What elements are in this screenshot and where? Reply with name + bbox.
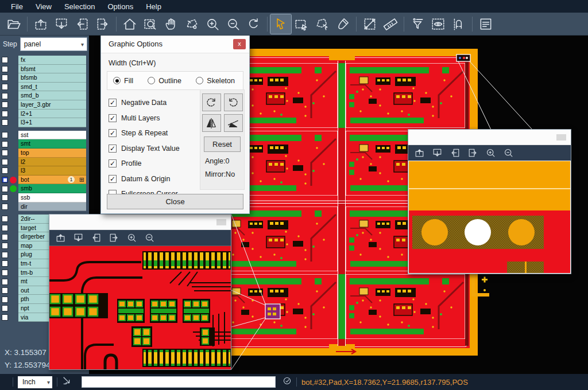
radio-icon[interactable] [196, 77, 203, 84]
step-right-icon[interactable] [109, 232, 119, 243]
layer-row[interactable]: layer_3.gbr [0, 100, 89, 110]
layer-visibility-checkbox[interactable] [2, 216, 8, 222]
menu-item[interactable]: View [29, 2, 58, 11]
layer-visibility-checkbox[interactable] [2, 75, 8, 81]
rotate-ccw-button[interactable] [224, 93, 243, 111]
layer-visibility-checkbox[interactable] [2, 132, 8, 138]
dialog-close-button[interactable]: Close [107, 194, 243, 209]
layer-visibility-checkbox[interactable] [2, 243, 8, 249]
layer-name[interactable]: l3 [18, 166, 86, 176]
unit-select[interactable]: Inch ▾ [18, 376, 52, 388]
home-view-button[interactable] [119, 14, 140, 34]
magnifier-content[interactable] [49, 245, 231, 369]
layer-row[interactable]: l3+1 [0, 118, 89, 127]
layer-row[interactable]: smd_t [0, 83, 89, 92]
zoom-previous-button[interactable] [243, 14, 264, 34]
rectangle-select-button[interactable] [291, 14, 312, 34]
layer-visibility-checkbox[interactable] [2, 150, 8, 156]
layer-visibility-checkbox[interactable] [2, 305, 8, 311]
dialog-option-row[interactable]: Step & Repeat [101, 126, 202, 141]
layer-visibility-checkbox[interactable] [2, 279, 8, 285]
checkbox-icon[interactable] [109, 129, 117, 137]
layer-visibility-checkbox[interactable] [2, 252, 8, 258]
step-up-icon[interactable] [414, 147, 425, 158]
layer-visibility-checkbox[interactable] [2, 159, 8, 165]
magnifier-title-bar[interactable] [408, 130, 571, 145]
checkbox-icon[interactable] [109, 175, 117, 183]
layer-name[interactable]: l2+1 [18, 110, 86, 119]
magnifier-source-top-right[interactable] [457, 54, 470, 61]
layer-visibility-checkbox[interactable] [2, 141, 8, 147]
layer-row[interactable]: smt [0, 139, 89, 149]
layer-visibility-checkbox[interactable] [2, 102, 8, 108]
menu-item[interactable]: File [5, 2, 29, 11]
layer-name[interactable]: smd_t [18, 83, 86, 92]
layer-visibility-checkbox[interactable] [2, 234, 8, 240]
layer-visibility-checkbox[interactable] [2, 167, 8, 174]
step-down-icon[interactable] [73, 232, 84, 243]
layer-row[interactable]: bot 1⊞ [0, 176, 89, 185]
dialog-option-row[interactable]: Profile [101, 156, 202, 171]
step-left-button[interactable] [72, 14, 92, 34]
snap-button[interactable] [448, 14, 469, 34]
reset-button[interactable]: Reset [204, 136, 241, 152]
pan-button[interactable] [161, 14, 181, 34]
step-up-button[interactable] [30, 14, 51, 34]
zoom-polygon-button[interactable] [181, 14, 202, 34]
step-down-button[interactable] [51, 14, 72, 34]
layer-row[interactable]: sst [0, 131, 89, 140]
layer-visibility-checkbox[interactable] [2, 194, 8, 201]
layer-row[interactable]: smd_b [0, 91, 89, 100]
select-tool-button[interactable] [270, 14, 291, 34]
zoom-out-button[interactable] [223, 14, 243, 34]
layer-row[interactable]: l3 [0, 166, 89, 176]
zoom-out-icon[interactable] [503, 147, 514, 158]
layer-row[interactable]: dir [0, 202, 89, 212]
layer-visibility-checkbox[interactable] [2, 66, 8, 72]
popup-button[interactable] [216, 219, 226, 225]
checkbox-icon[interactable] [109, 159, 117, 167]
layer-visibility-checkbox[interactable] [2, 225, 8, 231]
zoom-out-icon[interactable] [144, 232, 155, 243]
dialog-option-row[interactable]: Multi Layers [101, 111, 202, 126]
dialog-option-row[interactable]: Negative Data [101, 95, 202, 111]
magnifier-window-bottom[interactable] [49, 214, 231, 370]
layer-row[interactable]: l2+1 [0, 110, 89, 119]
layer-name[interactable]: fx [18, 56, 86, 65]
layer-name[interactable]: dir [18, 202, 86, 212]
layer-row[interactable]: top [0, 149, 89, 158]
close-icon[interactable]: x [233, 39, 246, 49]
magnifier-content[interactable] [408, 161, 571, 274]
layer-name[interactable]: l2 [18, 158, 86, 167]
zoom-in-icon[interactable] [485, 147, 496, 158]
layer-visibility-checkbox[interactable] [2, 314, 8, 321]
popup-button[interactable] [556, 134, 566, 141]
polygon-select-button[interactable] [312, 14, 332, 34]
view-options-button[interactable] [428, 14, 448, 34]
layer-name[interactable]: bot 1⊞ [18, 176, 86, 185]
refresh-icon[interactable] [283, 376, 292, 388]
grid-icon[interactable]: ⊞ [79, 176, 84, 184]
layer-row[interactable]: ssb [0, 193, 89, 202]
layer-visibility-checkbox[interactable] [2, 93, 8, 99]
layer-name[interactable]: l3+1 [18, 118, 86, 127]
layer-visibility-checkbox[interactable] [2, 119, 8, 126]
width-mode-option[interactable]: Skeleton [196, 77, 235, 85]
measure-corner-icon[interactable] [62, 376, 72, 388]
layer-name[interactable]: layer_3.gbr [18, 100, 86, 110]
checkbox-icon[interactable] [109, 145, 117, 153]
step-up-icon[interactable] [55, 232, 66, 243]
layer-name[interactable]: sst [18, 131, 86, 140]
menu-item[interactable]: Selection [58, 2, 101, 11]
layer-visibility-checkbox[interactable] [2, 57, 8, 63]
mirror-diagonal-button[interactable] [224, 114, 243, 132]
mirror-horizontal-button[interactable] [202, 114, 221, 132]
zoom-window-button[interactable] [140, 14, 161, 34]
layer-name[interactable]: ssb [18, 193, 86, 202]
layer-row[interactable]: bfsmb [0, 73, 89, 83]
open-button[interactable] [3, 14, 24, 34]
magnifier-source-bottom[interactable] [265, 304, 280, 319]
checkbox-icon[interactable] [109, 114, 117, 122]
width-mode-option[interactable]: Fill [113, 77, 133, 85]
menu-item[interactable]: Help [140, 2, 168, 11]
